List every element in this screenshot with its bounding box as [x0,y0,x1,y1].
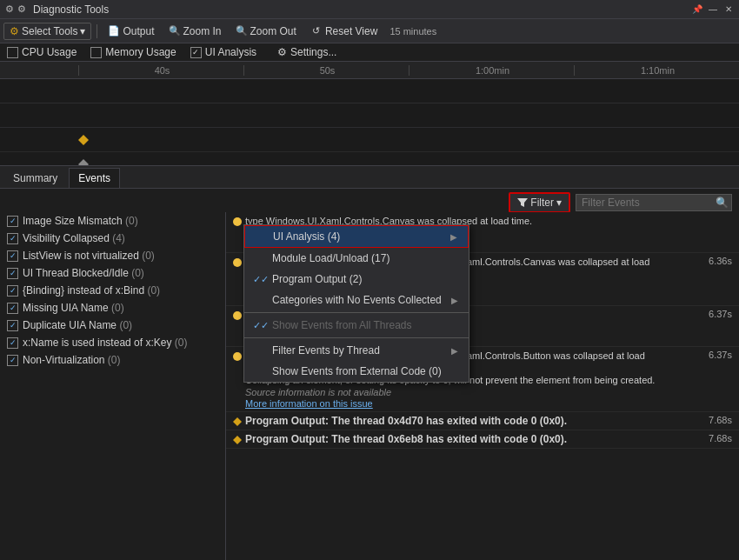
filter-label: UI Thread Blocked/Idle (0) [23,267,144,279]
dropdown-menu-item[interactable]: Show Events from External Code (0) [244,361,469,382]
filter-dropdown-menu: UI Analysis (4) ▶ Module Load/Unload (17… [243,224,469,383]
select-tools-button[interactable]: ⚙ Select Tools ▾ [3,23,91,40]
menu-item-check: ✓ [255,320,267,331]
dropdown-menu-item[interactable]: UI Analysis (4) ▶ [244,225,469,248]
memory-row-content [78,103,739,127]
filter-row[interactable]: ✓ UI Thread Blocked/Idle (0) [0,264,225,282]
minimize-button[interactable]: — [706,3,720,17]
filter-row[interactable]: ✓ Non-Virtualization (0) [0,351,225,369]
filter-dropdown-icon: ▾ [556,197,562,209]
memory-usage-checkbox[interactable]: Memory Usage [90,46,176,58]
filter-label: Filter [530,197,554,209]
cpu-usage-label: CPU Usage [22,46,77,58]
dropdown-menu-item[interactable]: Filter Events by Thread ▶ [244,340,469,361]
filter-checkbox: ✓ [7,337,18,349]
filter-row[interactable]: ✓ Missing UIA Name (0) [0,299,225,317]
menu-item-label: Show Events from All Threads [272,319,458,331]
reset-view-button[interactable]: ↺ Reset View [305,23,383,40]
filter-checkbox: ✓ [7,303,18,314]
filter-row[interactable]: ✓ Duplicate UIA Name (0) [0,317,225,334]
warning-icon [233,311,242,320]
svg-marker-0 [78,135,89,145]
ruler-tick-2: 50s [243,65,409,76]
dropdown-menu-item[interactable]: Module Load/Unload (17) [244,248,469,269]
submenu-arrow-icon: ▶ [451,296,458,305]
menu-item-check: ✓ [255,274,267,285]
list-item[interactable]: Program Output: The thread 0x6eb8 has ex… [226,430,739,449]
tab-summary[interactable]: Summary [3,168,67,188]
menu-separator [244,312,469,313]
list-item[interactable]: Program Output: The thread 0x4d70 has ex… [226,412,739,430]
zoom-out-button[interactable]: 🔍 Zoom Out [230,23,302,40]
menu-item-label: Module Load/Unload (17) [272,252,458,264]
checks-toolbar: CPU Usage Memory Usage ✓ UI Analysis ⚙ S… [0,43,739,62]
filter-row[interactable]: ✓ {Binding} instead of x:Bind (0) [0,282,225,299]
main-toolbar: ⚙ Select Tools ▾ 📄 Output 🔍 Zoom In 🔍 Zo… [0,19,739,43]
warning-icon [233,258,242,267]
cpu-usage-checkbox[interactable]: CPU Usage [7,46,77,58]
filter-row[interactable]: ✓ ListView is not virtualized (0) [0,247,225,264]
event-time: 6.37s [671,309,732,319]
event-link[interactable]: More information on this issue [245,398,668,409]
cpu-timeline-row [0,79,739,103]
filter-search-input[interactable] [582,197,712,209]
menu-item-label: UI Analysis (4) [273,230,445,243]
zoom-in-button[interactable]: 🔍 Zoom In [163,23,227,40]
close-button[interactable]: ✕ [722,3,736,17]
filter-row[interactable]: ✓ Image Size Mismatch (0) [0,212,225,230]
ruler-tick-4: 1:10min [574,65,739,76]
diamond-row-2 [0,152,739,166]
filter-row[interactable]: ✓ x:Name is used instead of x:Key (0) [0,334,225,351]
filter-checkbox: ✓ [7,216,18,227]
menu-separator [244,337,469,338]
reset-icon: ↺ [310,25,323,37]
filter-search-box[interactable]: 🔍 [576,194,732,211]
reset-view-label: Reset View [325,25,377,37]
dropdown-menu-item[interactable]: Categories with No Events Collected ▶ [244,290,469,310]
output-icon: 📄 [108,25,120,37]
svg-marker-2 [233,417,242,426]
memory-checkbox-box [90,47,102,58]
filter-label: ListView is not virtualized (0) [23,250,155,262]
diamond-icon [233,417,242,425]
event-title: Program Output: The thread 0x4d70 has ex… [245,415,567,427]
filter-checkbox: ✓ [7,355,18,366]
ruler-tick-1: 40s [78,65,243,76]
diamond-icon-2 [78,159,89,167]
zoom-out-icon: 🔍 [236,25,248,37]
filter-label: Non-Virtualization (0) [23,354,121,366]
event-content: Program Output: The thread 0x6eb8 has ex… [245,433,668,445]
menu-item-label: Categories with No Events Collected [272,294,446,306]
filter-icon [517,197,528,208]
menu-item-label: Filter Events by Thread [272,344,446,357]
filter-label: Image Size Mismatch (0) [23,215,138,227]
output-label: Output [123,25,154,37]
svg-marker-1 [78,159,89,167]
event-time: 7.68s [671,415,732,425]
dropdown-menu-item[interactable]: ✓ Program Output (2) [244,269,469,290]
tab-events[interactable]: Events [69,168,120,188]
select-tools-label: Select Tools [22,25,77,37]
settings-button[interactable]: ⚙ Settings... [277,46,336,58]
filter-label: x:Name is used instead of x:Key (0) [23,337,187,349]
title-bar-actions: 📌 — ✕ [690,3,736,17]
filter-row[interactable]: ✓ Visibility Collapsed (4) [0,230,225,247]
dropdown-arrow-icon: ▾ [80,25,85,37]
cpu-checkbox-box [7,47,18,58]
title-bar: ⚙ ⚙ Diagnostic Tools 📌 — ✕ [0,0,739,19]
timeline-ruler: 40s 50s 1:00min 1:10min [0,62,739,79]
ui-analysis-checkbox[interactable]: ✓ UI Analysis [190,46,256,58]
filter-label: Visibility Collapsed (4) [23,232,125,244]
gear-icon: ⚙ [3,3,16,16]
pin-button[interactable]: 📌 [690,3,704,17]
filter-button[interactable]: Filter ▾ [509,192,570,213]
event-time: 6.36s [671,256,732,266]
settings-label: Settings... [290,46,336,58]
diamond-row-1 [0,128,739,152]
time-label: 15 minutes [386,26,436,37]
output-button[interactable]: 📄 Output [103,23,159,40]
window-title: Diagnostic Tools [28,3,690,16]
settings-icon: ⚙ [16,3,28,16]
filter-label: {Binding} instead of x:Bind (0) [23,284,160,297]
toolbar-separator [97,24,97,38]
